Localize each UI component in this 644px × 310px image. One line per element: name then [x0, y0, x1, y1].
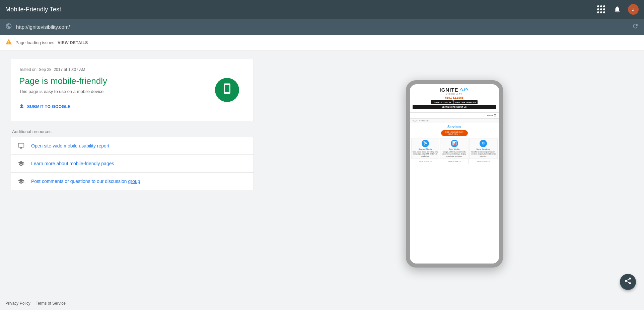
resources-title: Additional resources — [11, 129, 254, 134]
phone-mockup: IGNITE VISIBILITY 619.752.1955 CONTACT — [406, 80, 503, 268]
earned-media-icon: 📡 — [423, 141, 428, 145]
logo-subtitle: VISIBILITY — [413, 93, 496, 95]
tested-on-date: Tested on: Sep 28, 2017 at 10:07 AM — [19, 67, 192, 72]
service-card-1: 📡 Earned Media SEO, social media marketi… — [411, 138, 440, 159]
site-services-btn: VIEW OUR SERVICES — [453, 100, 478, 104]
refresh-icon[interactable] — [632, 23, 639, 31]
monitor-icon — [18, 142, 26, 149]
site-cta-buttons: CONTACT US NOW VIEW OUR SERVICES — [413, 100, 496, 104]
submit-button-label: SUBMIT TO GOOGLE — [27, 104, 71, 109]
share-fab[interactable] — [620, 274, 636, 290]
graduation-icon — [18, 160, 26, 167]
phone-icon — [221, 83, 233, 97]
resource-item-3[interactable]: Post comments or questions to our discus… — [11, 173, 254, 190]
view-details-button[interactable]: VIEW DETAILS — [58, 40, 88, 45]
service-card-2: 📊 Paid Media Google AdWords, social medi… — [440, 138, 469, 159]
right-panel: IGNITE VISIBILITY 619.752.1955 CONTACT — [265, 51, 644, 297]
site-services-title: Services — [411, 125, 498, 129]
site-about-btn: LEARN MORE ABOUT US — [413, 105, 496, 109]
phone-screen: IGNITE VISIBILITY 619.752.1955 CONTACT — [410, 84, 499, 264]
graduation2-icon — [18, 178, 26, 185]
service-desc-1: SEO, social media marketing, viral campa… — [412, 151, 439, 158]
service-name-2: Paid Media — [441, 148, 468, 150]
site-service-cards: 📡 Earned Media SEO, social media marketi… — [411, 138, 498, 159]
site-logo: IGNITE — [413, 87, 496, 93]
result-card: Tested on: Sep 28, 2017 at 10:07 AM Page… — [11, 59, 254, 121]
service-footer: VIEW SERVICES VIEW SERVICES VIEW SERVICE… — [411, 159, 498, 164]
service-name-3: More Services — [470, 148, 497, 150]
site-services-cta: SEE HOW WE CAN HELP YOU → — [441, 130, 468, 136]
service-circle-3: ⚙ — [480, 140, 487, 147]
paid-media-icon: 📊 — [452, 141, 457, 145]
service-desc-3: We offer a wide range of custom services… — [470, 151, 497, 158]
hamburger-icon: ☰ — [494, 114, 496, 117]
logo-text: IGNITE — [439, 87, 458, 93]
view-services-link-1: VIEW SERVICES — [411, 159, 440, 164]
site-contact-btn: CONTACT US NOW — [431, 100, 453, 104]
resource-item-2[interactable]: Learn more about mobile-friendly pages — [11, 155, 254, 173]
view-services-link-3: VIEW SERVICES — [469, 159, 497, 164]
upload-icon — [19, 103, 24, 110]
website-preview: IGNITE VISIBILITY 619.752.1955 CONTACT — [410, 84, 499, 264]
page-footer: Privacy Policy Terms of Service — [0, 297, 644, 310]
avatar[interactable]: J — [628, 4, 639, 15]
mobile-friendly-desc: This page is easy to use on a mobile dev… — [19, 89, 192, 94]
left-panel: Tested on: Sep 28, 2017 at 10:07 AM Page… — [0, 51, 265, 297]
site-header: IGNITE VISIBILITY 619.752.1955 CONTACT — [410, 84, 499, 112]
service-name-1: Earned Media — [412, 148, 439, 150]
notification-icon[interactable] — [612, 4, 623, 15]
resource-text-1: Open site-wide mobile usability report — [31, 143, 109, 148]
top-bar: Mobile-Friendly Test J — [0, 0, 644, 19]
share-icon — [624, 277, 632, 287]
submit-to-google-button[interactable]: SUBMIT TO GOOGLE — [19, 101, 71, 113]
site-nav-bar: MENU ☰ — [410, 112, 499, 119]
warning-text: Page loading issues — [15, 40, 54, 45]
url-input[interactable] — [16, 24, 628, 30]
resource-text-2: Learn more about mobile-friendly pages — [31, 161, 114, 166]
globe-icon — [5, 23, 12, 31]
terms-of-service-link[interactable]: Terms of Service — [36, 301, 66, 306]
service-desc-2: Google AdWords, social media advertising… — [441, 151, 468, 158]
resources-list: Open site-wide mobile usability report L… — [11, 137, 254, 190]
privacy-policy-link[interactable]: Privacy Policy — [5, 301, 30, 306]
warning-icon — [5, 38, 12, 47]
page-title: Mobile-Friendly Test — [5, 6, 61, 13]
site-phone: 619.752.1955 — [413, 96, 496, 99]
result-card-left: Tested on: Sep 28, 2017 at 10:07 AM Page… — [11, 59, 200, 121]
service-circle-1: 📡 — [422, 140, 429, 147]
grid-icon[interactable] — [596, 4, 606, 15]
menu-label: MENU — [487, 114, 493, 116]
top-bar-icons: J — [596, 4, 639, 15]
more-services-icon: ⚙ — [482, 141, 485, 145]
site-breadcrumb: IV_HP med4fast11 — [410, 119, 499, 123]
discussion-link[interactable]: group — [128, 179, 140, 184]
main-layout: Tested on: Sep 28, 2017 at 10:07 AM Page… — [0, 51, 644, 297]
resource-item-1[interactable]: Open site-wide mobile usability report — [11, 137, 254, 155]
service-card-3: ⚙ More Services We offer a wide range of… — [469, 138, 498, 159]
resource-text-3: Post comments or questions to our discus… — [31, 179, 140, 184]
mobile-friendly-icon — [215, 78, 239, 102]
mobile-friendly-title: Page is mobile-friendly — [19, 76, 192, 86]
view-services-link-2: VIEW SERVICES — [440, 159, 469, 164]
warning-bar: Page loading issues VIEW DETAILS — [0, 35, 644, 51]
url-bar — [0, 19, 644, 35]
result-card-right — [200, 59, 254, 121]
site-services-section: Services SEE HOW WE CAN HELP YOU → 📡 Ear… — [410, 123, 499, 264]
service-circle-2: 📊 — [451, 140, 458, 147]
